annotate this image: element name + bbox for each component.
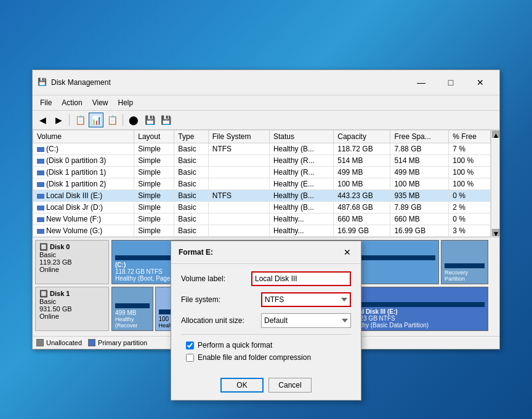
- maximize-button[interactable]: □: [437, 74, 465, 91]
- menu-view[interactable]: View: [87, 97, 113, 109]
- toolbar-separator-1: [69, 114, 70, 126]
- toolbar-separator-2: [123, 114, 123, 126]
- dialog-overlay: Format E: ✕ Volume label: File system: N…: [33, 130, 499, 349]
- dialog-divider: [181, 334, 351, 335]
- toolbar-btn-3[interactable]: 📋: [105, 113, 119, 127]
- close-button[interactable]: ✕: [466, 74, 494, 91]
- format-dialog: Format E: ✕ Volume label: File system: N…: [171, 241, 361, 401]
- back-button[interactable]: ◀: [35, 113, 50, 127]
- dialog-buttons: OK Cancel: [171, 373, 361, 400]
- ok-button[interactable]: OK: [220, 378, 264, 393]
- alloc-select-wrap: Default 512 1024: [261, 313, 351, 328]
- title-bar: 💾 Disk Management — □ ✕: [33, 70, 499, 95]
- quick-format-label[interactable]: Perform a quick format: [198, 341, 272, 349]
- alloc-row: Allocation unit size: Default 512 1024: [181, 313, 351, 328]
- window-content: Volume Layout Type File System Status Ca…: [33, 130, 499, 349]
- window-title: Disk Management: [51, 78, 407, 87]
- toolbar-btn-4[interactable]: ⬤: [126, 113, 141, 127]
- menu-action[interactable]: Action: [57, 97, 87, 109]
- dialog-title-text: Format E:: [179, 248, 213, 257]
- minimize-button[interactable]: —: [407, 74, 435, 91]
- alloc-select[interactable]: Default 512 1024: [261, 313, 351, 328]
- toolbar-btn-2[interactable]: 📊: [89, 113, 103, 127]
- filesystem-select[interactable]: NTFS FAT32 exFAT: [261, 292, 351, 307]
- toolbar-btn-1[interactable]: 📋: [73, 113, 87, 127]
- compression-checkbox[interactable]: [186, 354, 194, 362]
- volume-label-input[interactable]: [251, 271, 351, 286]
- toolbar: ◀ ▶ 📋 📊 📋 ⬤ 💾 💾: [33, 111, 499, 130]
- menu-bar: File Action View Help: [33, 95, 499, 111]
- toolbar-btn-5[interactable]: 💾: [142, 113, 157, 127]
- compression-row: Enable file and folder compression: [181, 353, 351, 362]
- window-controls: — □ ✕: [407, 74, 494, 91]
- filesystem-row: File system: NTFS FAT32 exFAT: [181, 292, 351, 307]
- alloc-label: Allocation unit size:: [181, 316, 261, 325]
- app-icon: 💾: [38, 78, 47, 87]
- dialog-close-button[interactable]: ✕: [341, 246, 353, 258]
- filesystem-select-wrap: NTFS FAT32 exFAT: [261, 292, 351, 307]
- toolbar-btn-6[interactable]: 💾: [158, 113, 173, 127]
- cancel-button[interactable]: Cancel: [268, 378, 312, 393]
- quick-format-checkbox[interactable]: [186, 341, 194, 349]
- quick-format-row: Perform a quick format: [181, 341, 351, 349]
- volume-label-text: Volume label:: [181, 274, 251, 283]
- forward-button[interactable]: ▶: [51, 113, 66, 127]
- dialog-body: Volume label: File system: NTFS FAT32 ex…: [171, 264, 361, 373]
- filesystem-label: File system:: [181, 295, 261, 304]
- volume-label-row: Volume label:: [181, 271, 351, 286]
- dialog-title-bar: Format E: ✕: [171, 241, 361, 264]
- menu-help[interactable]: Help: [113, 97, 139, 109]
- main-window: 💾 Disk Management — □ ✕ File Action View…: [32, 70, 500, 349]
- menu-file[interactable]: File: [35, 97, 57, 109]
- compression-label[interactable]: Enable file and folder compression: [198, 353, 311, 362]
